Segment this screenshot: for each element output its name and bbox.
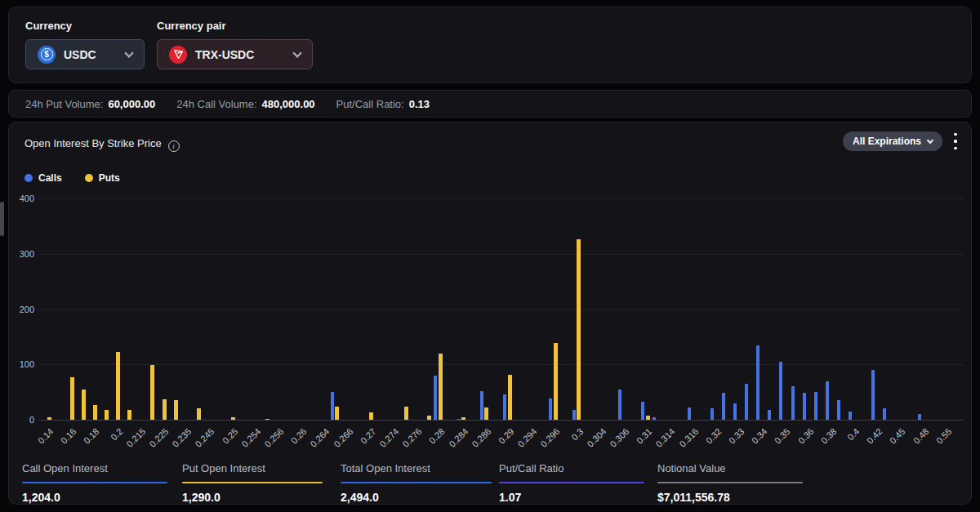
puts-bar[interactable] <box>369 412 373 420</box>
puts-bar[interactable] <box>150 365 154 420</box>
summary-label: Total Open Interest <box>341 462 492 474</box>
puts-bar[interactable] <box>646 416 650 420</box>
summary-underline <box>182 482 323 483</box>
calls-bar[interactable] <box>722 393 725 420</box>
puts-bar[interactable] <box>577 239 581 420</box>
calls-bar[interactable] <box>331 392 334 420</box>
puts-bar[interactable] <box>163 399 167 420</box>
puts-bar[interactable] <box>116 352 120 420</box>
puts-bar[interactable] <box>47 417 51 420</box>
calls-bar[interactable] <box>572 410 576 420</box>
puts-bar[interactable] <box>265 419 270 421</box>
calls-bar[interactable] <box>688 407 691 420</box>
summary-label: Put/Call Ratio <box>499 462 644 474</box>
y-gridline <box>39 309 964 310</box>
calls-bar[interactable] <box>871 370 875 420</box>
x-axis-line <box>39 420 964 421</box>
y-axis-tick-label: 0 <box>0 415 34 425</box>
calls-bar[interactable] <box>849 412 852 420</box>
y-gridline <box>39 364 964 365</box>
summary-underline <box>657 482 803 483</box>
summary-value: 1,290.0 <box>182 491 323 504</box>
calls-bar[interactable] <box>837 400 840 420</box>
scrollbar-thumb[interactable] <box>0 202 4 236</box>
summary-label: Put Open Interest <box>182 462 323 474</box>
calls-bar[interactable] <box>918 414 921 420</box>
calls-bar[interactable] <box>779 362 782 420</box>
summary-put-open-interest: Put Open Interest1,290.0 <box>182 462 323 504</box>
puts-bar[interactable] <box>93 405 97 420</box>
calls-bar[interactable] <box>641 402 644 420</box>
calls-bar[interactable] <box>745 384 748 420</box>
puts-bar[interactable] <box>70 377 74 420</box>
summary-underline <box>22 482 167 483</box>
puts-bar[interactable] <box>404 407 408 420</box>
puts-bar[interactable] <box>554 343 558 420</box>
y-axis-tick-label: 200 <box>0 305 34 314</box>
calls-bar[interactable] <box>756 345 760 420</box>
calls-bar[interactable] <box>549 398 552 420</box>
calls-bar[interactable] <box>791 386 795 420</box>
summary-notional-value: Notional Value$7,011,556.78 <box>657 462 803 504</box>
summary-put-call-ratio: Put/Call Ratio1.07 <box>499 462 644 504</box>
calls-bar[interactable] <box>618 390 621 420</box>
puts-bar[interactable] <box>127 410 131 420</box>
summary-value: $7,011,556.78 <box>657 491 803 504</box>
y-axis-tick-label: 400 <box>0 194 34 203</box>
summary-value: 2,494.0 <box>341 491 492 504</box>
summary-call-open-interest: Call Open Interest1,204.0 <box>22 462 167 504</box>
calls-bar[interactable] <box>814 392 817 420</box>
summary-underline <box>499 482 644 483</box>
calls-bar[interactable] <box>803 393 806 420</box>
puts-bar[interactable] <box>484 407 488 420</box>
y-axis-tick-label: 100 <box>0 359 34 369</box>
puts-bar[interactable] <box>197 408 201 420</box>
summary-label: Call Open Interest <box>22 462 167 474</box>
puts-bar[interactable] <box>105 410 109 420</box>
puts-bar[interactable] <box>82 390 86 420</box>
puts-bar[interactable] <box>439 354 443 420</box>
calls-bar[interactable] <box>653 417 656 420</box>
y-gridline <box>39 198 964 199</box>
summary-label: Notional Value <box>657 462 803 474</box>
summary-value: 1,204.0 <box>22 491 167 504</box>
summary-value: 1.07 <box>499 491 644 504</box>
puts-bar[interactable] <box>231 417 235 420</box>
chart-plot-area: 01002003004000.140.160.180.20.2150.2250.… <box>0 0 980 512</box>
puts-bar[interactable] <box>335 407 339 420</box>
puts-bar[interactable] <box>461 417 466 420</box>
calls-bar[interactable] <box>826 381 829 420</box>
calls-bar[interactable] <box>733 403 737 420</box>
puts-bar[interactable] <box>508 375 512 420</box>
calls-bar[interactable] <box>883 408 886 420</box>
puts-bar[interactable] <box>427 416 431 420</box>
calls-bar[interactable] <box>503 394 506 420</box>
summary-total-open-interest: Total Open Interest2,494.0 <box>341 462 492 504</box>
y-axis-tick-label: 300 <box>0 249 34 259</box>
calls-bar[interactable] <box>480 391 483 420</box>
summary-underline <box>341 482 492 483</box>
calls-bar[interactable] <box>710 408 714 420</box>
calls-bar[interactable] <box>457 419 461 421</box>
y-gridline <box>39 254 964 255</box>
puts-bar[interactable] <box>174 400 178 420</box>
calls-bar[interactable] <box>768 410 771 420</box>
calls-bar[interactable] <box>434 376 437 420</box>
